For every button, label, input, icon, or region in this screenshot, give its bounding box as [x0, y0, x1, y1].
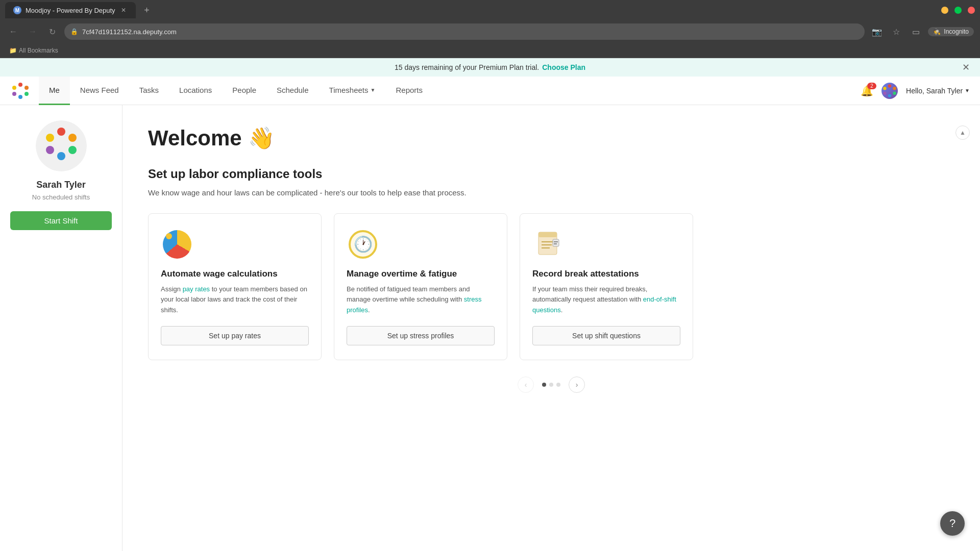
- svg-point-15: [68, 146, 77, 154]
- svg-rect-21: [542, 241, 554, 242]
- sidebar-username: Sarah Tyler: [36, 180, 86, 190]
- page-content-area: ▲ Welcome 👋 Set up labor compliance tool…: [122, 105, 980, 551]
- attestations-card-desc: If your team miss their required breaks,…: [532, 284, 680, 316]
- set-up-stress-profiles-button[interactable]: Set up stress profiles: [347, 326, 495, 345]
- tab-close-button[interactable]: ✕: [119, 6, 128, 14]
- forward-button[interactable]: →: [26, 24, 40, 39]
- page-title: Welcome 👋: [148, 126, 954, 151]
- bookmark-text: All Bookmarks: [19, 47, 58, 54]
- svg-point-9: [888, 94, 891, 97]
- help-button[interactable]: ?: [940, 511, 965, 536]
- dot-1: [542, 383, 546, 387]
- nav-item-people[interactable]: People: [222, 77, 266, 105]
- nav-item-newsfeed[interactable]: News Feed: [70, 77, 129, 105]
- bookmark-folder-icon: 📁: [9, 47, 17, 54]
- pagination-prev[interactable]: ‹: [518, 377, 534, 393]
- svg-point-4: [12, 92, 16, 96]
- minimize-button[interactable]: [941, 7, 948, 14]
- svg-point-14: [68, 134, 77, 142]
- sidebar-avatar: [36, 120, 87, 171]
- svg-rect-24: [553, 239, 559, 246]
- sidebar-toggle-icon[interactable]: ▭: [909, 24, 923, 39]
- browser-titlebar: M Moodjoy - Powered By Deputy ✕ + ✕: [0, 0, 980, 20]
- svg-rect-26: [554, 243, 557, 244]
- svg-point-17: [46, 146, 54, 154]
- sidebar-status: No scheduled shifts: [32, 193, 90, 201]
- dot-2: [549, 383, 553, 387]
- notification-badge: 2: [867, 83, 876, 89]
- new-tab-button[interactable]: +: [140, 3, 154, 17]
- address-bar[interactable]: 🔒 7cf47d19112152.na.deputy.com: [64, 23, 865, 40]
- svg-rect-20: [538, 232, 557, 237]
- address-text: 7cf47d19112152.na.deputy.com: [82, 28, 859, 36]
- start-shift-button[interactable]: Start Shift: [10, 211, 112, 230]
- user-avatar[interactable]: [881, 83, 898, 99]
- clock-icon-wrapper: 🕐: [347, 228, 379, 261]
- set-up-pay-rates-button[interactable]: Set up pay rates: [161, 326, 309, 345]
- maximize-button[interactable]: [954, 7, 962, 14]
- nav-item-locations[interactable]: Locations: [169, 77, 222, 105]
- browser-window: M Moodjoy - Powered By Deputy ✕ + ✕ ← → …: [0, 0, 980, 551]
- nav-item-me[interactable]: Me: [39, 77, 70, 105]
- svg-point-16: [57, 152, 65, 160]
- attestations-desc-before: If your team miss their required breaks,…: [532, 285, 647, 304]
- wage-icon: [161, 228, 193, 261]
- nav-item-timesheets[interactable]: Timesheets ▼: [319, 77, 386, 105]
- attestations-card-title: Record break attestations: [532, 269, 680, 279]
- collapse-button[interactable]: ▲: [955, 126, 970, 140]
- pagination-next[interactable]: ›: [569, 377, 585, 393]
- svg-point-1: [24, 86, 29, 90]
- set-up-shift-questions-button[interactable]: Set up shift questions: [532, 326, 680, 345]
- user-dropdown-icon: ▼: [965, 88, 970, 93]
- trial-banner: 15 days remaining of your Premium Plan t…: [0, 58, 980, 77]
- sidebar: Sarah Tyler No scheduled shifts Start Sh…: [0, 105, 122, 551]
- logo-svg: [10, 81, 31, 101]
- trial-text: 15 days remaining of your Premium Plan t…: [395, 63, 539, 71]
- help-icon: ?: [949, 517, 955, 530]
- wage-card-title: Automate wage calculations: [161, 269, 309, 279]
- trial-close-button[interactable]: ✕: [962, 62, 970, 73]
- svg-rect-23: [542, 247, 550, 248]
- svg-rect-22: [542, 244, 552, 245]
- main-content: Sarah Tyler No scheduled shifts Start Sh…: [0, 105, 980, 551]
- section-description: We know wage and hour laws can be compli…: [148, 187, 954, 199]
- app-logo[interactable]: [10, 81, 31, 101]
- nav-right-section: 🔔 2 Hello, Sarah Tyler ▼: [861, 83, 970, 99]
- bookmarks-label[interactable]: 📁 All Bookmarks: [6, 46, 61, 55]
- overtime-desc-before: Be notified of fatigued team members and…: [347, 285, 470, 304]
- notepad-icon-wrapper: [532, 228, 565, 261]
- user-greeting[interactable]: Hello, Sarah Tyler ▼: [906, 87, 970, 95]
- choose-plan-link[interactable]: Choose Plan: [542, 63, 585, 71]
- window-controls: ✕: [941, 7, 975, 14]
- timesheets-dropdown-icon: ▼: [371, 87, 376, 93]
- browser-actions: 📷 ☆ ▭ 🕵 Incognito: [870, 24, 974, 39]
- nav-item-reports[interactable]: Reports: [385, 77, 433, 105]
- svg-point-8: [893, 91, 896, 94]
- nav-item-schedule[interactable]: Schedule: [266, 77, 319, 105]
- nav-item-tasks[interactable]: Tasks: [129, 77, 169, 105]
- camera-icon[interactable]: 📷: [870, 24, 884, 39]
- star-icon[interactable]: ☆: [889, 24, 903, 39]
- browser-tab-active[interactable]: M Moodjoy - Powered By Deputy ✕: [5, 2, 136, 18]
- pay-rates-link[interactable]: pay rates: [183, 285, 210, 293]
- refresh-button[interactable]: ↻: [45, 24, 59, 39]
- incognito-label: Incognito: [944, 28, 969, 35]
- svg-point-0: [18, 83, 22, 87]
- close-button[interactable]: ✕: [968, 7, 975, 14]
- lock-icon: 🔒: [70, 28, 78, 35]
- svg-point-13: [57, 128, 65, 136]
- notepad-svg: [534, 230, 563, 259]
- wage-card-desc: Assign pay rates to your team members ba…: [161, 284, 309, 316]
- incognito-badge: 🕵 Incognito: [928, 27, 974, 36]
- wage-calculations-card: Automate wage calculations Assign pay ra…: [148, 213, 322, 360]
- svg-point-6: [888, 84, 891, 87]
- svg-rect-25: [554, 241, 558, 242]
- svg-point-2: [24, 92, 29, 96]
- notification-bell[interactable]: 🔔 2: [861, 85, 873, 97]
- navigation-bar: Me News Feed Tasks Locations People Sche…: [0, 77, 980, 105]
- avatar-logo-svg: [881, 83, 898, 99]
- svg-point-7: [893, 87, 896, 90]
- attestations-desc-after: .: [561, 306, 563, 314]
- back-button[interactable]: ←: [6, 24, 20, 39]
- user-greeting-text: Hello, Sarah Tyler: [906, 87, 963, 95]
